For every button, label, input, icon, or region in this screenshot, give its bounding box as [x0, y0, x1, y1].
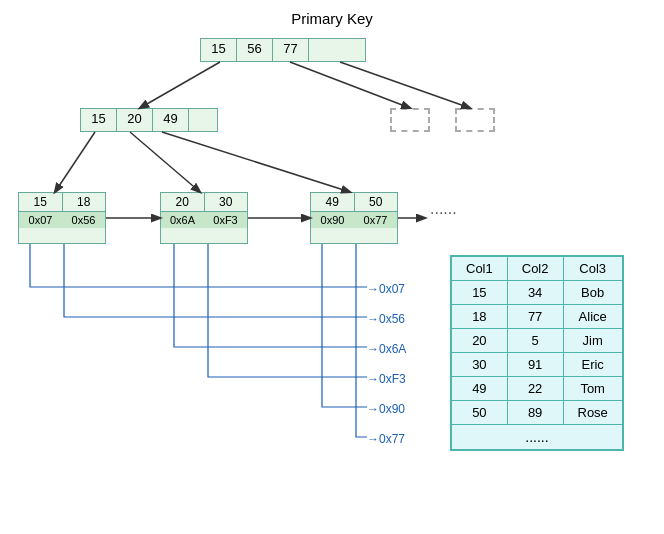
table-cell-4-2: Tom	[563, 377, 623, 401]
leaf2-key1: 50	[355, 193, 398, 212]
addr-0x90: →0x90	[367, 402, 405, 416]
internal-cell-0: 15	[81, 109, 117, 131]
leaf1-key1: 30	[205, 193, 248, 212]
main-container: Primary Key 15 56 77 15 20 49 15 18 0x07…	[0, 0, 664, 534]
svg-line-0	[140, 62, 220, 108]
table-row: 205Jim	[451, 329, 623, 353]
table-row: 3091Eric	[451, 353, 623, 377]
svg-line-2	[340, 62, 470, 108]
leaf2-key0: 49	[311, 193, 355, 212]
leaf1-ptr0: 0x6A	[161, 212, 204, 228]
table-cell-4-1: 22	[507, 377, 563, 401]
leaf-node-0: 15 18 0x07 0x56	[18, 192, 106, 244]
dashed-node-2	[455, 108, 495, 132]
root-cell-2: 77	[273, 39, 309, 61]
leaf2-ptr0: 0x90	[311, 212, 354, 228]
dots-middle: ......	[430, 200, 457, 218]
leaf-node-1: 20 30 0x6A 0xF3	[160, 192, 248, 244]
addr-0x77: →0x77	[367, 432, 405, 446]
addr-0x6A: →0x6A	[367, 342, 406, 356]
root-empty-2	[337, 39, 365, 61]
table-cell-2-1: 5	[507, 329, 563, 353]
internal-node: 15 20 49	[80, 108, 218, 132]
svg-line-1	[290, 62, 410, 108]
leaf0-ptr1: 0x56	[62, 212, 105, 228]
root-cell-1: 56	[237, 39, 273, 61]
svg-line-3	[55, 132, 95, 192]
svg-line-4	[130, 132, 200, 192]
leaf0-key1: 18	[63, 193, 106, 212]
table-cell-3-2: Eric	[563, 353, 623, 377]
svg-line-5	[162, 132, 350, 192]
table-cell-0-0: 15	[451, 281, 507, 305]
table-cell-1-2: Alice	[563, 305, 623, 329]
table-cell-5-2: Rose	[563, 401, 623, 425]
table-row: 5089Rose	[451, 401, 623, 425]
table-cell-3-1: 91	[507, 353, 563, 377]
internal-empty	[189, 109, 217, 131]
data-table: Col1 Col2 Col3 1534Bob1877Alice205Jim309…	[450, 255, 624, 451]
table-cell-2-0: 20	[451, 329, 507, 353]
table-cell-1-0: 18	[451, 305, 507, 329]
table-footer: ......	[451, 425, 623, 451]
table-cell-0-1: 34	[507, 281, 563, 305]
addr-0x07: →0x07	[367, 282, 405, 296]
col-header-1: Col2	[507, 256, 563, 281]
col-header-2: Col3	[563, 256, 623, 281]
leaf1-key0: 20	[161, 193, 205, 212]
table-cell-5-1: 89	[507, 401, 563, 425]
table-cell-3-0: 30	[451, 353, 507, 377]
page-title: Primary Key	[0, 10, 664, 27]
internal-cell-2: 49	[153, 109, 189, 131]
table-row: 1534Bob	[451, 281, 623, 305]
dashed-node-1	[390, 108, 430, 132]
internal-cell-1: 20	[117, 109, 153, 131]
addr-0xF3: →0xF3	[367, 372, 406, 386]
col-header-0: Col1	[451, 256, 507, 281]
table-cell-1-1: 77	[507, 305, 563, 329]
table-cell-4-0: 49	[451, 377, 507, 401]
leaf0-ptr0: 0x07	[19, 212, 62, 228]
leaf2-ptr1: 0x77	[354, 212, 397, 228]
table-cell-5-0: 50	[451, 401, 507, 425]
leaf-node-2: 49 50 0x90 0x77	[310, 192, 398, 244]
root-node: 15 56 77	[200, 38, 366, 62]
table-cell-0-2: Bob	[563, 281, 623, 305]
leaf1-ptr1: 0xF3	[204, 212, 247, 228]
table-row: 1877Alice	[451, 305, 623, 329]
table-cell-2-2: Jim	[563, 329, 623, 353]
root-cell-0: 15	[201, 39, 237, 61]
leaf0-key0: 15	[19, 193, 63, 212]
addr-0x56: →0x56	[367, 312, 405, 326]
table-row: 4922Tom	[451, 377, 623, 401]
root-empty-1	[309, 39, 337, 61]
